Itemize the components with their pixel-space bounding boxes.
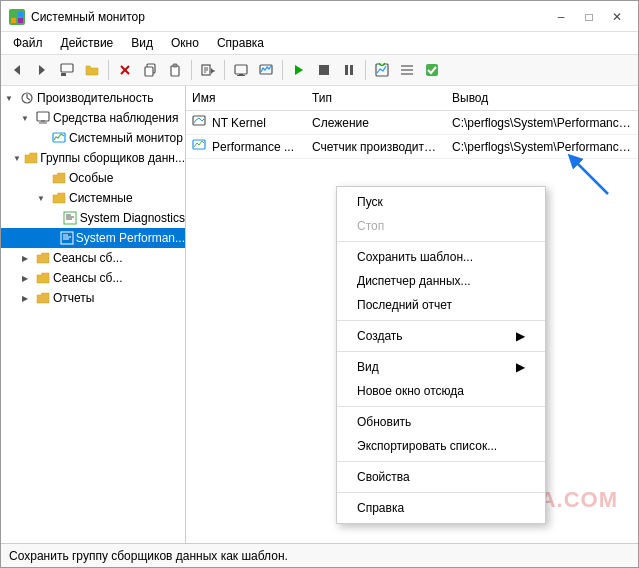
tree-label-performance: Производительность — [37, 91, 153, 105]
tree-item-performance[interactable]: ▼ Производительность — [1, 88, 185, 108]
tree-item-sys-perf[interactable]: System Performan... — [1, 228, 185, 248]
paste-button[interactable] — [163, 58, 187, 82]
svg-rect-27 — [350, 65, 353, 75]
ctx-view[interactable]: Вид ▶ — [337, 355, 545, 379]
tree-item-special[interactable]: Особые — [1, 168, 185, 188]
ctx-start[interactable]: Пуск — [337, 190, 545, 214]
tree-item-sys-monitor[interactable]: Системный монитор — [1, 128, 185, 148]
tree-expander-special — [33, 170, 49, 186]
ctx-view-label: Вид — [357, 360, 379, 374]
tree-item-system-grp[interactable]: ▼ Системные — [1, 188, 185, 208]
sessions1-icon — [35, 250, 51, 266]
tree-item-collector-groups[interactable]: ▼ Группы сборщиков данн... — [1, 148, 185, 168]
context-menu: Пуск Стоп Сохранить шаблон... Диспетчер … — [336, 186, 546, 524]
monitor-view1-button[interactable] — [229, 58, 253, 82]
minimize-button[interactable]: – — [548, 7, 574, 27]
tree-label-sys-perf: System Performan... — [76, 231, 185, 245]
tree-item-sys-diag[interactable]: System Diagnostics — [1, 208, 185, 228]
tree-item-reports[interactable]: ▶ Отчеты — [1, 288, 185, 308]
tree-item-monitor-tools[interactable]: ▼ Средства наблюдения — [1, 108, 185, 128]
row1-icon — [186, 113, 206, 132]
tree-label-sys-monitor: Системный монитор — [69, 131, 183, 145]
col-header-name[interactable]: Имя — [186, 89, 306, 107]
ctx-create-arrow: ▶ — [516, 329, 525, 343]
svg-rect-0 — [11, 12, 16, 17]
table-row[interactable]: NT Kernel Слежение C:\perflogs\System\Pe… — [186, 111, 638, 135]
status-text: Сохранить группу сборщиков данных как ша… — [9, 549, 288, 563]
ctx-view-arrow: ▶ — [516, 360, 525, 374]
monitor-view2-button[interactable] — [254, 58, 278, 82]
menu-file[interactable]: Файл — [5, 34, 51, 52]
tree-label-system-grp: Системные — [69, 191, 133, 205]
svg-rect-25 — [319, 65, 329, 75]
system-grp-icon — [51, 190, 67, 206]
tree-item-sessions1[interactable]: ▶ Сеансы сб... — [1, 248, 185, 268]
ctx-sep-3 — [337, 351, 545, 352]
sys-diag-icon — [63, 210, 78, 226]
monitor-tools-icon — [35, 110, 51, 126]
svg-rect-13 — [173, 64, 177, 67]
copy-button[interactable] — [138, 58, 162, 82]
ctx-help[interactable]: Справка — [337, 496, 545, 520]
ctx-export-list[interactable]: Экспортировать список... — [337, 434, 545, 458]
row1-type: Слежение — [306, 115, 446, 131]
delete-button[interactable] — [113, 58, 137, 82]
green-check-button[interactable] — [420, 58, 444, 82]
menu-view[interactable]: Вид — [123, 34, 161, 52]
tree-label-sys-diag: System Diagnostics — [80, 211, 185, 225]
ctx-stop[interactable]: Стоп — [337, 214, 545, 238]
svg-rect-45 — [61, 232, 73, 244]
ctx-refresh[interactable]: Обновить — [337, 410, 545, 434]
tree-expander-sys-diag — [46, 210, 61, 226]
ctx-sep-2 — [337, 320, 545, 321]
title-bar: Системный монитор – □ ✕ — [1, 1, 638, 32]
tree-expander-sys-monitor — [33, 130, 49, 146]
special-icon — [51, 170, 67, 186]
list-button[interactable] — [395, 58, 419, 82]
tree-expander-system-grp[interactable]: ▼ — [33, 190, 49, 206]
main-area: ▼ Производительность ▼ — [1, 86, 638, 543]
ctx-sep-6 — [337, 492, 545, 493]
maximize-button[interactable]: □ — [576, 7, 602, 27]
svg-rect-1 — [18, 12, 23, 17]
export-button[interactable] — [196, 58, 220, 82]
ctx-save-template[interactable]: Сохранить шаблон... — [337, 245, 545, 269]
ctx-last-report[interactable]: Последний отчет — [337, 293, 545, 317]
tree-expander-monitor-tools[interactable]: ▼ — [17, 110, 33, 126]
row1-output: C:\perflogs\System\Performance\DM — [446, 115, 638, 131]
menu-action[interactable]: Действие — [53, 34, 122, 52]
svg-rect-26 — [345, 65, 348, 75]
menu-help[interactable]: Справка — [209, 34, 272, 52]
collector-groups-icon — [24, 150, 38, 166]
ctx-data-manager[interactable]: Диспетчер данных... — [337, 269, 545, 293]
ctx-create-label: Создать — [357, 329, 403, 343]
pause-button[interactable] — [337, 58, 361, 82]
tree-expander-performance[interactable]: ▼ — [1, 90, 17, 106]
table-row[interactable]: Performance ... Счетчик производите... C… — [186, 135, 638, 159]
play-button[interactable] — [287, 58, 311, 82]
close-button[interactable]: ✕ — [604, 7, 630, 27]
ctx-properties[interactable]: Свойства — [337, 465, 545, 489]
new-chart-button[interactable] — [370, 58, 394, 82]
tree-expander-collector-groups[interactable]: ▼ — [12, 150, 23, 166]
forward-button[interactable] — [30, 58, 54, 82]
main-window: Системный монитор – □ ✕ Файл Действие Ви… — [0, 0, 639, 568]
ctx-create[interactable]: Создать ▶ — [337, 324, 545, 348]
table-header: Имя Тип Вывод — [186, 86, 638, 111]
toolbar-separator-2 — [191, 60, 192, 80]
ctx-new-window[interactable]: Новое окно отсюда — [337, 379, 545, 403]
tree-expander-sessions1[interactable]: ▶ — [17, 250, 33, 266]
tree-item-sessions2[interactable]: ▶ Сеансы сб... — [1, 268, 185, 288]
toolbar-separator-3 — [224, 60, 225, 80]
tree-expander-reports[interactable]: ▶ — [17, 290, 33, 306]
up-button[interactable] — [55, 58, 79, 82]
col-header-output[interactable]: Вывод — [446, 89, 638, 107]
col-header-type[interactable]: Тип — [306, 89, 446, 107]
stop-button[interactable] — [312, 58, 336, 82]
svg-rect-37 — [37, 112, 49, 121]
back-button[interactable] — [5, 58, 29, 82]
folder-button[interactable] — [80, 58, 104, 82]
menu-bar: Файл Действие Вид Окно Справка — [1, 32, 638, 55]
menu-window[interactable]: Окно — [163, 34, 207, 52]
tree-expander-sessions2[interactable]: ▶ — [17, 270, 33, 286]
